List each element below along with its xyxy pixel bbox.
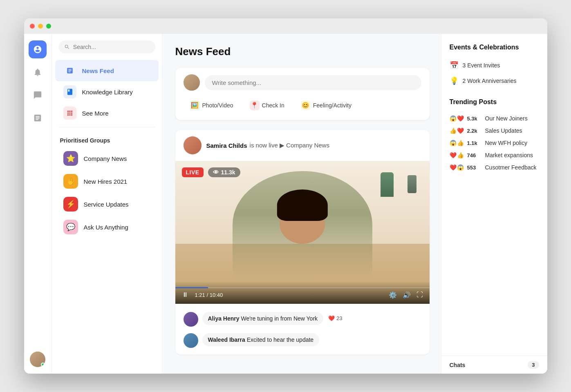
ask-us-icon: 💬 — [63, 220, 78, 234]
compose-actions: 🖼️ Photo/Video 📍 Check In 😊 Feeling/Acti… — [184, 97, 421, 114]
event-invites-label: 3 Event Invites — [463, 62, 500, 69]
trending-count-0: 5.3k — [467, 116, 482, 122]
settings-button[interactable]: ⚙️ — [389, 291, 397, 299]
comment-author-waleed: Waleed Ibarra — [208, 336, 245, 343]
feeling-icon: 😊 — [301, 100, 311, 110]
trending-item-0[interactable]: 😱❤️ 5.3k Our New Joiners — [450, 112, 539, 125]
trending-item-3[interactable]: ❤️👍 746 Market expansions — [450, 149, 539, 161]
trending-section: Trending Posts 😱❤️ 5.3k Our New Joiners … — [450, 98, 539, 174]
time-current: 1:21 — [195, 292, 205, 298]
trending-label-2: New WFH policy — [485, 140, 527, 146]
right-sidebar: Events & Celebrations 📅 3 Event Invites … — [441, 34, 547, 374]
comment-bubble-waleed: Waleed Ibarra Excited to hear the update — [202, 333, 320, 346]
group-item-ask-us[interactable]: 💬 Ask Us Anything — [55, 216, 159, 238]
video-controls: ⏸ 1:21 / 10:40 ⚙️ 🔊 ⛶ — [175, 281, 430, 304]
post-avatar — [184, 136, 202, 154]
comments-section: Aliya Henry We're tuning in from New Yor… — [175, 304, 430, 354]
close-dot[interactable] — [30, 24, 35, 29]
trending-label-0: Our New Joiners — [485, 115, 528, 122]
post-meta: Samira Childs is now live ▶ Company News — [206, 142, 329, 149]
comment-avatar-aliya — [184, 312, 198, 327]
group-item-service-updates[interactable]: ⚡ Service Updates — [55, 193, 159, 216]
search-bar[interactable] — [58, 40, 155, 53]
check-in-label: Check In — [262, 102, 284, 109]
chats-bar[interactable]: Chats 3 — [441, 356, 547, 374]
new-hires-icon: ✋ — [63, 174, 78, 189]
reaction-emoji-aliya: ❤️ — [328, 315, 335, 321]
feeling-button[interactable]: 😊 Feeling/Activity — [294, 97, 358, 114]
titlebar — [24, 18, 547, 34]
home-icon-button[interactable] — [29, 40, 47, 58]
compose-box: 🖼️ Photo/Video 📍 Check In 😊 Feeling/Acti… — [175, 68, 430, 120]
comment-item-waleed: Waleed Ibarra Excited to hear the update — [184, 330, 421, 351]
compose-input[interactable] — [205, 75, 421, 90]
trending-reactions-0: 😱❤️ — [450, 115, 464, 122]
main-content: News Feed 🖼️ Photo/Video 📍 Ch — [162, 34, 441, 374]
trending-reactions-1: 👍❤️ — [450, 127, 464, 134]
trending-reactions-2: 😱👍 — [450, 140, 464, 146]
trending-reactions-4: ❤️😱 — [450, 164, 464, 171]
comment-item: Aliya Henry We're tuning in from New Yor… — [184, 309, 421, 330]
group-label-new-hires: New Hires 2021 — [84, 178, 128, 185]
trending-posts-title: Trending Posts — [450, 98, 539, 106]
trending-item-4[interactable]: ❤️😱 553 Cusotmer Feedback — [450, 161, 539, 174]
trending-label-4: Cusotmer Feedback — [485, 164, 537, 171]
post-live-text: is now live ▶ Company News — [250, 142, 329, 149]
anniversary-icon: 💡 — [450, 76, 459, 85]
trending-count-1: 2.2k — [467, 128, 482, 134]
user-avatar[interactable] — [30, 352, 45, 367]
minimize-dot[interactable] — [38, 24, 43, 29]
work-anniversaries-item[interactable]: 💡 2 Work Anniversaries — [450, 73, 539, 89]
video-container[interactable]: LIVE 👁 11.3k ⏸ 1:21 / 10:40 — [175, 161, 430, 304]
group-item-company-news[interactable]: ⭐ Company News — [55, 147, 159, 170]
group-label-ask-us: Ask Us Anything — [84, 224, 128, 231]
trending-count-2: 1.1k — [467, 140, 482, 146]
trending-count-4: 553 — [467, 165, 482, 171]
prioritised-groups-header: Prioritised Groups — [52, 131, 162, 147]
group-label-company-news: Company News — [84, 155, 127, 162]
trending-item-2[interactable]: 😱👍 1.1k New WFH policy — [450, 137, 539, 149]
online-indicator — [41, 363, 45, 367]
calendar-icon: 📅 — [450, 61, 459, 70]
chats-label: Chats — [450, 362, 466, 368]
nav-item-knowledge-library[interactable]: Knowledge Library — [55, 81, 159, 102]
post-author-name: Samira Childs — [206, 142, 247, 149]
group-item-new-hires[interactable]: ✋ New Hires 2021 — [55, 170, 159, 193]
nav-item-see-more[interactable]: See More — [55, 102, 159, 124]
compose-avatar — [184, 74, 200, 91]
chats-count-badge: 3 — [528, 361, 539, 369]
trending-item-1[interactable]: 👍❤️ 2.2k Sales Updates — [450, 125, 539, 137]
notifications-icon-button[interactable] — [29, 63, 47, 81]
search-input[interactable] — [73, 44, 150, 50]
volume-button[interactable]: 🔊 — [403, 291, 411, 299]
eye-icon: 👁 — [213, 169, 219, 176]
nav-item-news-feed[interactable]: News Feed — [55, 60, 159, 81]
photo-video-label: Photo/Video — [202, 102, 233, 109]
pause-button[interactable]: ⏸ — [182, 291, 188, 298]
video-time: 1:21 / 10:40 — [195, 292, 223, 298]
comment-author-aliya: Aliya Henry — [208, 315, 240, 322]
nav-sidebar: News Feed Knowledge Library See Mo — [52, 34, 162, 374]
group-label-service-updates: Service Updates — [84, 201, 129, 208]
news-feed-icon — [66, 67, 74, 74]
nav-label-see-more: See More — [82, 110, 109, 117]
trending-label-1: Sales Updates — [485, 127, 522, 134]
chat-icon-button[interactable] — [29, 86, 47, 104]
events-celebrations-title: Events & Celebrations — [450, 44, 539, 51]
work-anniversaries-label: 2 Work Anniversaries — [463, 78, 517, 84]
event-invites-item[interactable]: 📅 3 Event Invites — [450, 58, 539, 73]
photo-video-icon: 🖼️ — [190, 100, 200, 110]
icon-sidebar — [24, 34, 52, 374]
service-updates-icon: ⚡ — [63, 197, 78, 212]
viewers-number: 11.3k — [221, 169, 235, 176]
fullscreen-button[interactable]: ⛶ — [416, 291, 423, 298]
photo-video-button[interactable]: 🖼️ Photo/Video — [184, 97, 240, 114]
maximize-dot[interactable] — [46, 24, 51, 29]
nav-label-news-feed: News Feed — [82, 67, 114, 74]
live-post-card: Samira Childs is now live ▶ Company News — [175, 130, 430, 354]
comment-body-waleed: Excited to hear the update — [247, 336, 313, 343]
live-badge: LIVE — [182, 167, 204, 177]
check-in-button[interactable]: 📍 Check In — [243, 97, 291, 114]
notebook-icon-button[interactable] — [29, 109, 47, 127]
reaction-count-aliya: 23 — [336, 315, 342, 321]
